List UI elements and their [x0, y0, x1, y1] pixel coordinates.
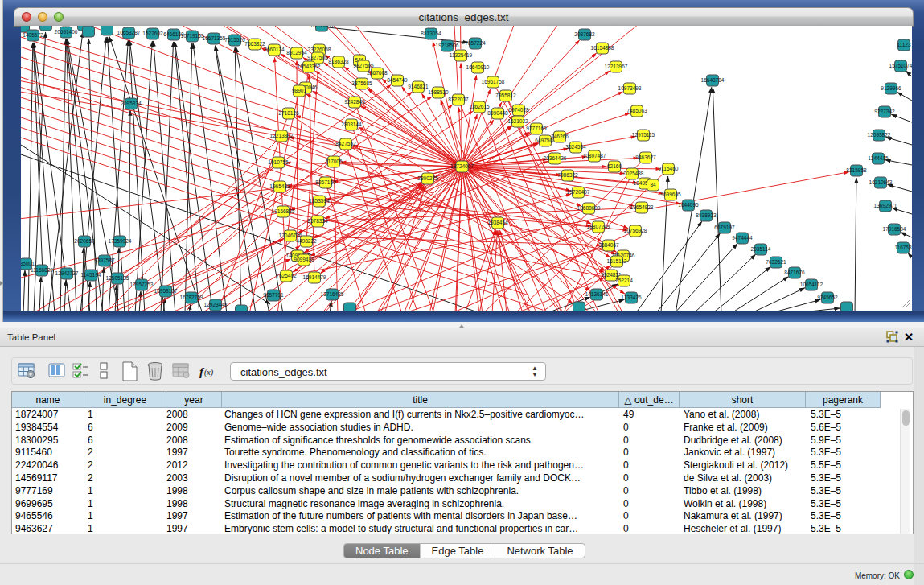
- svg-text:8471676: 8471676: [784, 270, 805, 275]
- svg-text:12213967: 12213967: [605, 64, 628, 69]
- svg-text:10654112: 10654112: [800, 282, 823, 287]
- svg-text:8454749: 8454749: [387, 77, 408, 83]
- svg-text:8990448: 8990448: [487, 110, 508, 116]
- svg-text:7515526: 7515526: [224, 37, 245, 43]
- svg-text:14136141: 14136141: [585, 291, 609, 297]
- svg-text:18724007: 18724007: [450, 163, 474, 169]
- svg-text:9146821: 9146821: [408, 84, 429, 89]
- svg-text:1644095: 1644095: [678, 202, 699, 208]
- svg-text:10719155: 10719155: [181, 33, 204, 39]
- svg-text:7625402: 7625402: [276, 273, 297, 278]
- svg-text:746266: 746266: [551, 134, 569, 139]
- svg-text:116753: 116753: [894, 245, 912, 250]
- svg-text:7955812: 7955812: [495, 93, 516, 98]
- svg-text:10958107: 10958107: [154, 288, 178, 294]
- svg-text:13716485: 13716485: [321, 291, 344, 297]
- svg-text:12213302: 12213302: [270, 133, 294, 138]
- svg-text:985001: 985001: [21, 261, 35, 266]
- svg-text:10653287: 10653287: [117, 30, 141, 35]
- svg-text:9463627: 9463627: [635, 154, 656, 160]
- svg-text:1588520: 1588520: [428, 89, 449, 95]
- svg-text:18807249: 18807249: [587, 224, 610, 229]
- svg-text:12093822: 12093822: [868, 132, 891, 138]
- svg-text:8938923: 8938923: [696, 212, 717, 218]
- svg-text:7485063: 7485063: [626, 108, 647, 113]
- svg-text:8322037: 8322037: [448, 97, 469, 102]
- svg-text:2095334: 2095334: [121, 101, 142, 106]
- svg-text:7632621: 7632621: [766, 259, 786, 265]
- svg-text:9857791: 9857791: [263, 292, 284, 298]
- svg-text:16961758: 16961758: [482, 79, 505, 84]
- svg-text:2300275: 2300275: [417, 175, 438, 181]
- svg-text:2367608: 2367608: [367, 70, 388, 76]
- svg-text:10973493: 10973493: [618, 85, 642, 91]
- svg-text:2935114: 2935114: [751, 246, 771, 252]
- svg-text:20691406: 20691406: [55, 29, 78, 35]
- svg-text:16640910: 16640910: [466, 64, 490, 70]
- svg-text:16154808: 16154808: [591, 45, 614, 51]
- svg-text:16210643: 16210643: [869, 179, 893, 185]
- svg-text:9245652: 9245652: [817, 295, 838, 300]
- svg-text:12505135: 12505135: [106, 275, 129, 281]
- svg-text:13692971: 13692971: [874, 203, 897, 208]
- svg-text:16914479: 16914479: [303, 274, 326, 280]
- svg-text:1621022: 1621022: [507, 118, 528, 124]
- svg-text:8186328: 8186328: [328, 59, 349, 64]
- svg-text:10025438: 10025438: [621, 171, 644, 176]
- svg-text:10688609: 10688609: [577, 205, 601, 211]
- svg-text:9129966: 9129966: [881, 85, 901, 91]
- svg-text:10756928: 10756928: [624, 228, 647, 233]
- svg-text:1938454: 1938454: [487, 220, 508, 225]
- svg-text:3875685: 3875685: [351, 80, 372, 86]
- svg-text:17016504: 17016504: [883, 226, 906, 232]
- svg-text:12942737: 12942737: [55, 270, 79, 276]
- svg-text:16033809: 16033809: [310, 26, 334, 28]
- svg-text:9327505: 9327505: [353, 63, 374, 68]
- svg-text:1965493: 1965493: [269, 183, 290, 189]
- svg-text:1362615: 1362615: [469, 104, 490, 109]
- svg-text:19218506: 19218506: [436, 43, 459, 48]
- svg-text:16543362: 16543362: [298, 64, 321, 69]
- svg-text:17046736: 17046736: [279, 233, 302, 238]
- svg-text:7663822: 7663822: [244, 41, 265, 47]
- svg-text:8813054: 8813054: [421, 31, 441, 36]
- svg-text:9474444: 9474444: [732, 235, 753, 241]
- svg-text:15720407: 15720407: [567, 189, 590, 195]
- svg-text:11156829: 11156829: [31, 267, 53, 273]
- svg-text:9115460: 9115460: [659, 166, 679, 171]
- svg-text:16782759: 16782759: [180, 295, 203, 300]
- svg-text:3684067: 3684067: [598, 242, 619, 248]
- svg-text:12975115: 12975115: [632, 132, 655, 138]
- svg-text:19166825: 19166825: [272, 208, 295, 214]
- svg-text:11325419: 11325419: [450, 52, 473, 58]
- svg-text:17957253: 17957253: [130, 282, 154, 287]
- svg-text:9327505: 9327505: [307, 55, 328, 60]
- svg-text:2718126: 2718126: [278, 110, 299, 116]
- svg-text:4498222: 4498222: [296, 238, 317, 244]
- svg-text:8215958: 8215958: [846, 167, 867, 173]
- svg-text:19654923: 19654923: [630, 204, 654, 210]
- svg-text:8578334: 8578334: [307, 218, 328, 224]
- svg-text:9397587: 9397587: [94, 257, 115, 263]
- svg-text:6974028: 6974028: [508, 107, 529, 113]
- svg-text:2087682: 2087682: [574, 31, 595, 37]
- svg-text:1615112: 1615112: [607, 258, 627, 264]
- svg-text:1244415: 1244415: [868, 155, 889, 161]
- svg-text:8427552: 8427552: [335, 141, 356, 146]
- svg-text:23226058: 23226058: [308, 47, 331, 52]
- svg-text:16671355: 16671355: [203, 35, 226, 41]
- svg-text:252214: 252214: [615, 278, 633, 283]
- svg-text:8267150: 8267150: [315, 179, 336, 185]
- svg-text:20364436: 20364436: [544, 155, 567, 161]
- svg-text:8912954: 8912954: [286, 50, 307, 56]
- svg-text:3624554: 3624554: [565, 144, 586, 150]
- svg-text:6679197: 6679197: [714, 225, 735, 230]
- svg-text:(x): (x): [204, 368, 214, 377]
- svg-text:7857224: 7857224: [465, 40, 486, 46]
- svg-text:10807487: 10807487: [583, 153, 606, 159]
- svg-text:9227342: 9227342: [874, 109, 895, 114]
- svg-text:1405572: 1405572: [23, 32, 43, 38]
- svg-text:9242845: 9242845: [344, 99, 365, 105]
- svg-text:98901: 98901: [292, 88, 306, 93]
- svg-text:9099489: 9099489: [294, 257, 314, 262]
